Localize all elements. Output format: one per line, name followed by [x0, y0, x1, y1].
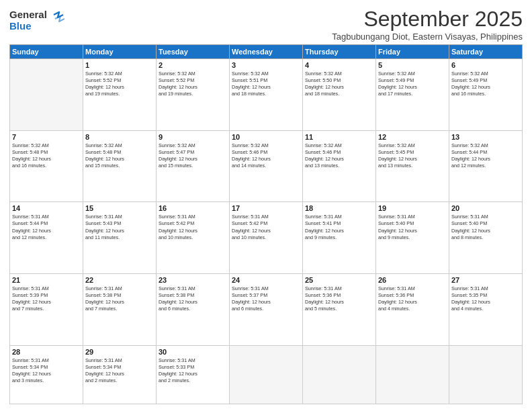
day-info: Sunrise: 5:32 AM Sunset: 5:44 PM Dayligh… [451, 142, 520, 169]
day-info: Sunrise: 5:31 AM Sunset: 5:42 PM Dayligh… [159, 214, 227, 240]
day-number: 28 [12, 348, 81, 356]
day-info: Sunrise: 5:31 AM Sunset: 5:42 PM Dayligh… [232, 214, 300, 240]
table-row: 3Sunrise: 5:32 AM Sunset: 5:51 PM Daylig… [230, 59, 303, 131]
table-row: 24Sunrise: 5:31 AM Sunset: 5:37 PM Dayli… [230, 274, 303, 346]
day-number: 15 [85, 204, 154, 212]
table-row: 19Sunrise: 5:31 AM Sunset: 5:40 PM Dayli… [376, 202, 449, 274]
day-info: Sunrise: 5:31 AM Sunset: 5:36 PM Dayligh… [378, 285, 447, 312]
col-tuesday: Tuesday [157, 45, 230, 59]
table-row: 25Sunrise: 5:31 AM Sunset: 5:36 PM Dayli… [303, 274, 376, 346]
day-number: 5 [378, 61, 447, 69]
week-row-2: 7Sunrise: 5:32 AM Sunset: 5:48 PM Daylig… [10, 130, 523, 202]
day-info: Sunrise: 5:32 AM Sunset: 5:46 PM Dayligh… [305, 142, 373, 169]
day-number: 3 [232, 61, 300, 69]
day-number: 30 [159, 348, 227, 356]
table-row: 11Sunrise: 5:32 AM Sunset: 5:46 PM Dayli… [303, 130, 376, 202]
header: General Blue September 2025 Tagbubungang… [9, 7, 523, 42]
day-info: Sunrise: 5:31 AM Sunset: 5:34 PM Dayligh… [85, 357, 154, 384]
day-info: Sunrise: 5:31 AM Sunset: 5:34 PM Dayligh… [12, 357, 81, 384]
day-number: 1 [85, 61, 154, 69]
day-info: Sunrise: 5:31 AM Sunset: 5:43 PM Dayligh… [85, 214, 154, 240]
day-info: Sunrise: 5:32 AM Sunset: 5:51 PM Dayligh… [232, 71, 300, 97]
day-info: Sunrise: 5:32 AM Sunset: 5:50 PM Dayligh… [305, 71, 373, 97]
table-row: 6Sunrise: 5:32 AM Sunset: 5:49 PM Daylig… [449, 59, 523, 131]
day-info: Sunrise: 5:31 AM Sunset: 5:38 PM Dayligh… [85, 285, 154, 312]
table-row: 18Sunrise: 5:31 AM Sunset: 5:41 PM Dayli… [303, 202, 376, 274]
day-number: 17 [232, 204, 300, 212]
day-number: 23 [159, 276, 227, 284]
day-number: 29 [85, 348, 154, 356]
table-row: 30Sunrise: 5:31 AM Sunset: 5:33 PM Dayli… [157, 345, 230, 404]
table-row: 7Sunrise: 5:32 AM Sunset: 5:48 PM Daylig… [10, 130, 83, 202]
table-row: 14Sunrise: 5:31 AM Sunset: 5:44 PM Dayli… [10, 202, 83, 274]
day-info: Sunrise: 5:31 AM Sunset: 5:35 PM Dayligh… [451, 285, 520, 312]
day-number: 13 [451, 133, 520, 141]
table-row: 1Sunrise: 5:32 AM Sunset: 5:52 PM Daylig… [83, 59, 157, 131]
table-row: 5Sunrise: 5:32 AM Sunset: 5:49 PM Daylig… [376, 59, 449, 131]
day-number: 4 [305, 61, 373, 69]
day-info: Sunrise: 5:31 AM Sunset: 5:40 PM Dayligh… [451, 214, 520, 240]
table-row: 16Sunrise: 5:31 AM Sunset: 5:42 PM Dayli… [157, 202, 230, 274]
day-info: Sunrise: 5:32 AM Sunset: 5:52 PM Dayligh… [159, 71, 227, 97]
calendar-table: Sunday Monday Tuesday Wednesday Thursday… [9, 44, 523, 404]
day-number: 27 [451, 276, 520, 284]
day-number: 9 [159, 133, 227, 141]
day-info: Sunrise: 5:32 AM Sunset: 5:48 PM Dayligh… [85, 142, 154, 169]
table-row [10, 59, 83, 131]
day-number: 8 [85, 133, 154, 141]
day-info: Sunrise: 5:32 AM Sunset: 5:49 PM Dayligh… [451, 71, 520, 97]
week-row-1: 1Sunrise: 5:32 AM Sunset: 5:52 PM Daylig… [10, 59, 523, 131]
day-number: 11 [305, 133, 373, 141]
table-row: 20Sunrise: 5:31 AM Sunset: 5:40 PM Dayli… [449, 202, 523, 274]
table-row: 4Sunrise: 5:32 AM Sunset: 5:50 PM Daylig… [303, 59, 376, 131]
table-row: 29Sunrise: 5:31 AM Sunset: 5:34 PM Dayli… [83, 345, 157, 404]
day-number: 18 [305, 204, 373, 212]
page: General Blue September 2025 Tagbubungang… [0, 0, 532, 411]
day-info: Sunrise: 5:32 AM Sunset: 5:46 PM Dayligh… [232, 142, 300, 169]
week-row-3: 14Sunrise: 5:31 AM Sunset: 5:44 PM Dayli… [10, 202, 523, 274]
col-saturday: Saturday [449, 45, 523, 59]
day-info: Sunrise: 5:31 AM Sunset: 5:39 PM Dayligh… [12, 285, 81, 312]
logo-area: General Blue [9, 7, 64, 32]
logo: General Blue [9, 9, 64, 32]
col-sunday: Sunday [10, 45, 83, 59]
day-info: Sunrise: 5:32 AM Sunset: 5:48 PM Dayligh… [12, 142, 81, 169]
day-info: Sunrise: 5:32 AM Sunset: 5:45 PM Dayligh… [378, 142, 447, 169]
day-number: 24 [232, 276, 300, 284]
day-info: Sunrise: 5:31 AM Sunset: 5:40 PM Dayligh… [378, 214, 447, 240]
day-number: 10 [232, 133, 300, 141]
day-number: 12 [378, 133, 447, 141]
table-row: 12Sunrise: 5:32 AM Sunset: 5:45 PM Dayli… [376, 130, 449, 202]
logo-line2: Blue [9, 21, 47, 32]
table-row [376, 345, 449, 404]
logo-bird-icon [48, 9, 64, 30]
table-row: 26Sunrise: 5:31 AM Sunset: 5:36 PM Dayli… [376, 274, 449, 346]
logo-line1: General [9, 9, 47, 21]
table-row: 28Sunrise: 5:31 AM Sunset: 5:34 PM Dayli… [10, 345, 83, 404]
day-info: Sunrise: 5:31 AM Sunset: 5:37 PM Dayligh… [232, 285, 300, 312]
day-info: Sunrise: 5:31 AM Sunset: 5:38 PM Dayligh… [159, 285, 227, 312]
col-wednesday: Wednesday [230, 45, 303, 59]
day-info: Sunrise: 5:31 AM Sunset: 5:36 PM Dayligh… [305, 285, 373, 312]
day-number: 26 [378, 276, 447, 284]
day-number: 6 [451, 61, 520, 69]
table-row [230, 345, 303, 404]
day-number: 7 [12, 133, 81, 141]
table-row: 8Sunrise: 5:32 AM Sunset: 5:48 PM Daylig… [83, 130, 157, 202]
table-row: 17Sunrise: 5:31 AM Sunset: 5:42 PM Dayli… [230, 202, 303, 274]
day-info: Sunrise: 5:32 AM Sunset: 5:49 PM Dayligh… [378, 71, 447, 97]
month-title: September 2025 [332, 7, 523, 32]
day-number: 20 [451, 204, 520, 212]
day-number: 19 [378, 204, 447, 212]
col-monday: Monday [83, 45, 157, 59]
table-row: 21Sunrise: 5:31 AM Sunset: 5:39 PM Dayli… [10, 274, 83, 346]
table-row: 22Sunrise: 5:31 AM Sunset: 5:38 PM Dayli… [83, 274, 157, 346]
table-row: 9Sunrise: 5:32 AM Sunset: 5:47 PM Daylig… [157, 130, 230, 202]
day-number: 21 [12, 276, 81, 284]
col-friday: Friday [376, 45, 449, 59]
day-info: Sunrise: 5:32 AM Sunset: 5:47 PM Dayligh… [159, 142, 227, 169]
week-row-5: 28Sunrise: 5:31 AM Sunset: 5:34 PM Dayli… [10, 345, 523, 404]
day-info: Sunrise: 5:31 AM Sunset: 5:41 PM Dayligh… [305, 214, 373, 240]
day-info: Sunrise: 5:31 AM Sunset: 5:33 PM Dayligh… [159, 357, 227, 384]
day-info: Sunrise: 5:31 AM Sunset: 5:44 PM Dayligh… [12, 214, 81, 240]
